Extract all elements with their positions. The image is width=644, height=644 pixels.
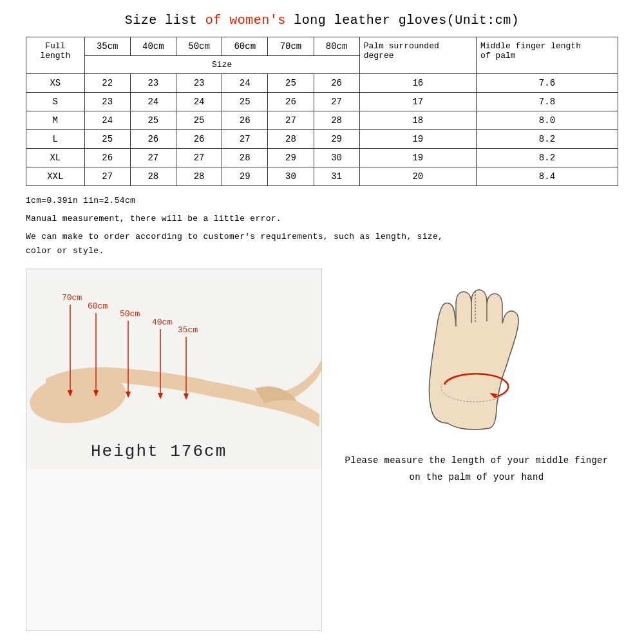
m-80: 28 <box>314 111 359 130</box>
xxl-60: 29 <box>222 167 268 186</box>
palm-note: Please measure the length of your middle… <box>345 453 609 485</box>
l-80: 29 <box>314 130 359 149</box>
table-row: S 23 24 24 25 26 27 17 7.8 <box>26 93 618 111</box>
xxl-40: 28 <box>130 167 176 186</box>
size-xxl: XXL <box>26 167 85 186</box>
s-finger: 7.8 <box>476 93 618 111</box>
xl-40: 27 <box>130 149 176 167</box>
s-70: 26 <box>268 93 314 111</box>
table-row: XS 22 23 23 24 25 26 16 7.6 <box>26 74 618 93</box>
svg-text:35cm: 35cm <box>178 325 198 335</box>
xl-60: 28 <box>222 149 268 167</box>
s-35: 23 <box>84 93 130 111</box>
header-70: 70cm <box>268 37 314 56</box>
xl-finger: 8.2 <box>476 149 618 167</box>
page: Size list of women's long leather gloves… <box>0 0 644 644</box>
table-row: L 25 26 26 27 28 29 19 8.2 <box>26 130 618 149</box>
s-50: 24 <box>176 93 222 111</box>
l-35: 25 <box>84 130 130 149</box>
svg-text:40cm: 40cm <box>152 317 172 327</box>
note-measurement: Manual measurement, there will be a litt… <box>26 212 618 226</box>
header-finger: Middle finger lengthof palm <box>476 37 618 74</box>
m-70: 27 <box>268 111 314 130</box>
size-table: Fulllength 35cm 40cm 50cm 60cm 70cm 80cm… <box>26 37 618 186</box>
title-prefix: Size list <box>125 13 205 28</box>
arm-diagram: 70cm 60cm 50cm 40cm 35cm Height 176cm <box>26 269 322 631</box>
bottom-section: 70cm 60cm 50cm 40cm 35cm Height 176cm <box>26 269 618 631</box>
l-palm: 19 <box>359 130 476 149</box>
svg-text:50cm: 50cm <box>120 309 140 319</box>
m-40: 25 <box>130 111 176 130</box>
header-palm: Palm surroundeddegree <box>359 37 476 74</box>
arm-svg: 70cm 60cm 50cm 40cm 35cm Height 176cm <box>26 269 322 469</box>
xl-50: 27 <box>176 149 222 167</box>
s-80: 27 <box>314 93 359 111</box>
xxl-50: 28 <box>176 167 222 186</box>
header-80: 80cm <box>314 37 359 56</box>
table-header-row: Fulllength 35cm 40cm 50cm 60cm 70cm 80cm… <box>26 37 618 56</box>
m-60: 26 <box>222 111 268 130</box>
xl-80: 30 <box>314 149 359 167</box>
s-40: 24 <box>130 93 176 111</box>
m-50: 25 <box>176 111 222 130</box>
l-40: 26 <box>130 130 176 149</box>
size-xs: XS <box>26 74 85 93</box>
palm-diagram: Please measure the length of your middle… <box>322 269 618 631</box>
xs-finger: 7.6 <box>476 74 618 93</box>
size-l: L <box>26 130 85 149</box>
xs-35: 22 <box>84 74 130 93</box>
size-m: M <box>26 111 85 130</box>
header-full-length: Fulllength <box>26 37 85 74</box>
l-60: 27 <box>222 130 268 149</box>
header-40: 40cm <box>130 37 176 56</box>
l-70: 28 <box>268 130 314 149</box>
size-xl: XL <box>26 149 85 167</box>
xl-70: 29 <box>268 149 314 167</box>
page-title: Size list of women's long leather gloves… <box>26 13 618 28</box>
xxl-palm: 20 <box>359 167 476 186</box>
s-60: 25 <box>222 93 268 111</box>
xs-palm: 16 <box>359 74 476 93</box>
svg-text:70cm: 70cm <box>62 293 82 303</box>
xl-palm: 19 <box>359 149 476 167</box>
xs-40: 23 <box>130 74 176 93</box>
xl-35: 26 <box>84 149 130 167</box>
xs-70: 25 <box>268 74 314 93</box>
xxl-80: 31 <box>314 167 359 186</box>
note-custom: We can make to order according to custom… <box>26 230 618 258</box>
l-50: 26 <box>176 130 222 149</box>
m-palm: 18 <box>359 111 476 130</box>
size-label: Size <box>84 56 359 74</box>
svg-text:60cm: 60cm <box>88 301 108 311</box>
xs-80: 26 <box>314 74 359 93</box>
xxl-35: 27 <box>84 167 130 186</box>
table-row: XXL 27 28 28 29 30 31 20 8.4 <box>26 167 618 186</box>
table-row: XL 26 27 27 28 29 30 19 8.2 <box>26 149 618 167</box>
xs-50: 23 <box>176 74 222 93</box>
title-red: of women's <box>205 13 286 28</box>
l-finger: 8.2 <box>476 130 618 149</box>
note-conversion: 1cm=0.39in 1in=2.54cm <box>26 194 618 208</box>
header-35: 35cm <box>84 37 130 56</box>
xxl-70: 30 <box>268 167 314 186</box>
header-50: 50cm <box>176 37 222 56</box>
s-palm: 17 <box>359 93 476 111</box>
svg-text:Height 176cm: Height 176cm <box>91 442 227 461</box>
xs-60: 24 <box>222 74 268 93</box>
m-finger: 8.0 <box>476 111 618 130</box>
m-35: 24 <box>84 111 130 130</box>
table-row: M 24 25 25 26 27 28 18 8.0 <box>26 111 618 130</box>
palm-svg <box>390 269 564 442</box>
title-suffix: long leather gloves(Unit:cm) <box>286 13 520 28</box>
xxl-finger: 8.4 <box>476 167 618 186</box>
size-s: S <box>26 93 85 111</box>
header-60: 60cm <box>222 37 268 56</box>
